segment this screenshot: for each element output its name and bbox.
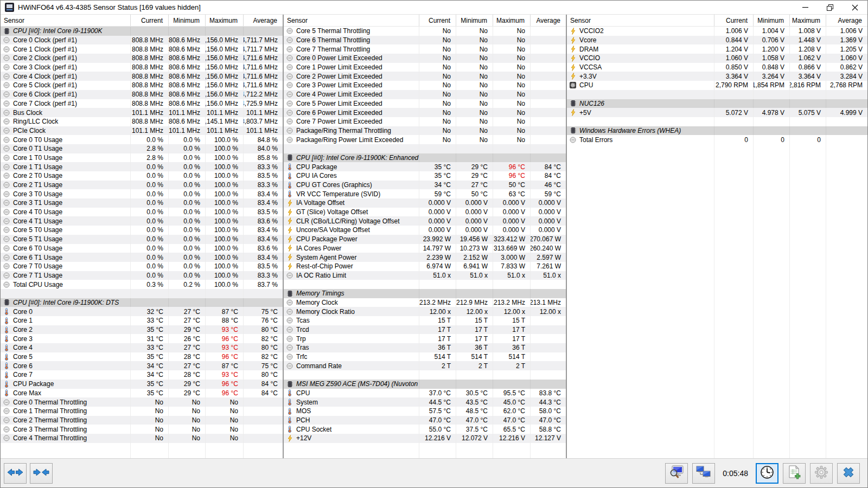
sensor-row[interactable]: +3.3V3.364 V3.264 V3.364 V3.284 V bbox=[567, 72, 867, 81]
sensor-row[interactable]: VCCIO1.060 V1.058 V1.062 V1.060 V bbox=[567, 54, 867, 63]
sensor-row[interactable]: Core 133 °C27 °C88 °C76 °C bbox=[1, 316, 283, 325]
sensor-row[interactable]: Total Errors000 bbox=[567, 135, 867, 144]
sensor-row[interactable]: Core 5 Clock (perf #1)808.8 MHz808.6 MHz… bbox=[1, 81, 283, 90]
remote-monitoring-button[interactable] bbox=[692, 463, 715, 484]
sensor-row[interactable]: CPU IA Cores35 °C29 °C96 °C84 °C bbox=[284, 171, 566, 181]
sensor-row[interactable]: Core 0 Clock (perf #1)808.8 MHz808.6 MHz… bbox=[1, 36, 283, 45]
sensor-row[interactable]: VCCSA0.850 V0.848 V0.866 V0.862 V bbox=[567, 63, 867, 72]
sensor-row[interactable]: Core 7 T1 Usage0.0 %0.0 %100.0 %83.3 % bbox=[1, 271, 283, 280]
sensor-row[interactable]: Core 032 °C27 °C87 °C75 °C bbox=[1, 307, 283, 316]
sensor-row[interactable]: Core 5 Power Limit ExceededNoNoNo bbox=[284, 99, 566, 108]
sensor-row[interactable]: Core 4 T1 Usage0.0 %0.0 %100.0 %83.6 % bbox=[1, 216, 283, 226]
sensor-row[interactable]: CPU GT Cores (Graphics)34 °C27 °C50 °C46… bbox=[284, 181, 566, 190]
sensor-row[interactable]: Core 4 Power Limit ExceededNoNoNo bbox=[284, 90, 566, 99]
reset-clock-button[interactable] bbox=[756, 463, 778, 484]
sensor-row[interactable]: Core 433 °C27 °C93 °C80 °C bbox=[1, 343, 283, 352]
sensor-row[interactable]: Core 1 T0 Usage2.8 %0.0 %100.0 %85.8 % bbox=[1, 153, 283, 163]
sensor-row[interactable]: Core 6 Clock (perf #1)808.8 MHz808.6 MHz… bbox=[1, 90, 283, 99]
section-header-row[interactable]: MSI MEG Z590 ACE (MS-7D04) (Nuvoton N... bbox=[284, 380, 566, 389]
section-header-row[interactable]: CPU [#0]: Intel Core i9-11900K bbox=[1, 27, 283, 36]
sensor-row[interactable]: Core 1 Thermal ThrottlingNoNoNo bbox=[1, 407, 283, 416]
sensor-row[interactable]: Core 2 Clock (perf #1)808.8 MHz808.6 MHz… bbox=[1, 54, 283, 63]
sensor-row[interactable]: IA Cores Power14.797 W10.273 W313.669 W2… bbox=[284, 244, 566, 253]
sensor-row[interactable]: Core 2 Power Limit ExceededNoNoNo bbox=[284, 72, 566, 81]
sensor-row[interactable]: Core 7 Power Limit ExceededNoNoNo bbox=[284, 117, 566, 126]
settings-button[interactable] bbox=[810, 463, 833, 484]
sensor-row[interactable]: Core 6 Thermal ThrottlingNoNoNo bbox=[284, 36, 566, 45]
sensor-row[interactable]: Core 2 T0 Usage0.0 %0.0 %100.0 %83.5 % bbox=[1, 171, 283, 181]
sensor-row[interactable]: GT (Slice) Voltage Offset0.000 V0.000 V0… bbox=[284, 208, 566, 217]
sensor-row[interactable]: Tras36 T36 T36 T bbox=[284, 343, 566, 352]
sensor-row[interactable]: Core 6 Power Limit ExceededNoNoNo bbox=[284, 108, 566, 117]
sensor-row[interactable]: CPU Socket55.0 °C37.5 °C65.5 °C58.8 °C bbox=[284, 425, 566, 434]
sensor-row[interactable]: DRAM1.204 V1.200 V1.208 V1.205 V bbox=[567, 44, 867, 54]
sensor-row[interactable]: Uncore/SA Voltage Offset0.000 V0.000 V0.… bbox=[284, 226, 566, 235]
sensor-row[interactable]: Core 1 Power Limit ExceededNoNoNo bbox=[284, 63, 566, 72]
restore-button[interactable] bbox=[818, 1, 843, 14]
sensor-row[interactable]: Core 2 Thermal ThrottlingNoNoNo bbox=[1, 416, 283, 425]
close-button[interactable] bbox=[843, 1, 867, 14]
sensor-row[interactable]: Command Rate2 T2 T2 T bbox=[284, 361, 566, 370]
sensor-row[interactable]: IA Voltage Offset0.000 V0.000 V0.000 V0.… bbox=[284, 198, 566, 208]
sensor-row[interactable]: VCCIO21.006 V1.004 V1.008 V1.006 V bbox=[567, 27, 867, 36]
sensor-row[interactable]: CPU2,790 RPM1,854 RPM2,816 RPM2,768 RPM bbox=[567, 81, 867, 90]
sensor-row[interactable]: Core 5 T1 Usage0.0 %0.0 %100.0 %83.4 % bbox=[1, 235, 283, 244]
sensor-row[interactable]: Trfc514 T514 T514 T bbox=[284, 352, 566, 362]
sensor-row[interactable]: CPU37.0 °C30.5 °C95.5 °C83.8 °C bbox=[284, 389, 566, 398]
report-button[interactable] bbox=[783, 463, 806, 484]
sensor-row[interactable]: Core 235 °C29 °C93 °C80 °C bbox=[1, 325, 283, 335]
sensor-row[interactable]: Core 0 T1 Usage2.8 %0.0 %100.0 %84.0 % bbox=[1, 144, 283, 153]
sensor-row[interactable]: Total CPU Usage0.3 %0.2 %100.0 %83.7 % bbox=[1, 280, 283, 289]
titlebar[interactable]: HWiNFO64 v6.43-4385 Sensor Status [169 v… bbox=[1, 1, 867, 15]
sensor-row[interactable]: Core 0 Power Limit ExceededNoNoNo bbox=[284, 54, 566, 63]
sensor-row[interactable]: +5V5.072 V4.978 V5.075 V4.999 V bbox=[567, 108, 867, 117]
sensor-row[interactable]: Ring/LLC Clock808.8 MHz808.6 MHz4,145.1 … bbox=[1, 117, 283, 126]
sensor-row[interactable]: Core 1 T1 Usage0.0 %0.0 %100.0 %83.3 % bbox=[1, 162, 283, 171]
sensor-row[interactable]: Rest-of-Chip Power6.974 W6.941 W7.833 W7… bbox=[284, 262, 566, 271]
sensor-row[interactable]: CPU Package35 °C29 °C96 °C84 °C bbox=[1, 380, 283, 389]
sensor-row[interactable]: Vcore0.844 V0.706 V1.448 V1.369 V bbox=[567, 36, 867, 45]
section-header-row[interactable]: Windows Hardware Errors (WHEA) bbox=[567, 126, 867, 136]
quit-button[interactable] bbox=[837, 463, 860, 484]
sensor-row[interactable]: System44.5 °C43.5 °C45.0 °C44.3 °C bbox=[284, 397, 566, 407]
sensor-row[interactable]: Core 2 T1 Usage0.0 %0.0 %100.0 %83.3 % bbox=[1, 181, 283, 190]
sensor-row[interactable]: MOS57.5 °C48.5 °C62.0 °C58.0 °C bbox=[284, 407, 566, 416]
sensor-row[interactable]: Core 0 Thermal ThrottlingNoNoNo bbox=[1, 397, 283, 407]
sensor-row[interactable]: CPU Package Power23.992 W19.456 W323.412… bbox=[284, 235, 566, 244]
sensor-row[interactable]: Memory Clock Ratio12.00 x12.00 x12.00 x1… bbox=[284, 307, 566, 316]
sensor-row[interactable]: Core 7 T0 Usage0.0 %0.0 %100.0 %83.5 % bbox=[1, 262, 283, 271]
sensor-row[interactable]: Core 7 Thermal ThrottlingNoNoNo bbox=[284, 44, 566, 54]
sensor-row[interactable]: Bus Clock101.1 MHz101.1 MHz101.1 MHz101.… bbox=[1, 108, 283, 117]
sensor-row[interactable]: Core 3 T1 Usage0.0 %0.0 %100.0 %83.4 % bbox=[1, 198, 283, 208]
sensor-row[interactable]: Trcd17 T17 T17 T bbox=[284, 325, 566, 335]
sensor-row[interactable]: Core 634 °C27 °C87 °C75 °C bbox=[1, 361, 283, 370]
section-header-row[interactable]: CPU [#0]: Intel Core i9-11900K: DTS bbox=[1, 298, 283, 307]
sensor-row[interactable]: Core 535 °C28 °C96 °C82 °C bbox=[1, 352, 283, 362]
sensor-row[interactable]: Core 4 T0 Usage0.0 %0.0 %100.0 %83.5 % bbox=[1, 208, 283, 217]
sensor-row[interactable]: Core 3 T0 Usage0.0 %0.0 %100.0 %83.4 % bbox=[1, 189, 283, 198]
sensor-row[interactable]: Memory Clock1,213.2 MHz1,212.9 MHz1,213.… bbox=[284, 298, 566, 307]
sensor-row[interactable]: Core 734 °C28 °C93 °C80 °C bbox=[1, 370, 283, 380]
sensor-row[interactable]: Core 1 Clock (perf #1)808.8 MHz808.6 MHz… bbox=[1, 44, 283, 54]
section-header-row[interactable]: CPU [#0]: Intel Core i9-11900K: Enhanced bbox=[284, 153, 566, 163]
sensor-row[interactable]: Core 6 T1 Usage0.0 %0.0 %100.0 %83.4 % bbox=[1, 253, 283, 262]
sensor-row[interactable]: Tcas15 T15 T15 T bbox=[284, 316, 566, 325]
section-header-row[interactable]: NUC126 bbox=[567, 99, 867, 108]
system-summary-button[interactable] bbox=[665, 463, 688, 484]
sensor-row[interactable]: Package/Ring Power Limit ExceededNoNoNo bbox=[284, 135, 566, 144]
sensor-row[interactable]: Core 3 Thermal ThrottlingNoNoNo bbox=[1, 425, 283, 434]
sensor-row[interactable]: CLR (CBo/LLC/Ring) Voltage Offset0.000 V… bbox=[284, 216, 566, 226]
sensor-row[interactable]: Core 5 Thermal ThrottlingNoNoNo bbox=[284, 27, 566, 36]
sensor-row[interactable]: PCIe Clock101.1 MHz101.1 MHz101.1 MHz101… bbox=[1, 126, 283, 136]
sensor-row[interactable]: Core 3 Clock (perf #1)808.8 MHz808.6 MHz… bbox=[1, 63, 283, 72]
sensor-row[interactable]: CPU Package35 °C29 °C96 °C84 °C bbox=[284, 162, 566, 171]
sensor-row[interactable]: Package/Ring Thermal ThrottlingNoNoNo bbox=[284, 126, 566, 136]
sensor-row[interactable]: System Agent Power2.239 W2.152 W3.000 W2… bbox=[284, 253, 566, 262]
collapse-columns-button[interactable] bbox=[30, 463, 53, 484]
sensor-row[interactable]: IA OC Ratio Limit51.0 x51.0 x51.0 x51.0 … bbox=[284, 271, 566, 280]
sensor-row[interactable]: VR VCC Temperature (SVID)59 °C50 °C63 °C… bbox=[284, 189, 566, 198]
sensor-row[interactable]: Core 0 T0 Usage0.0 %0.0 %100.0 %84.8 % bbox=[1, 135, 283, 144]
sensor-row[interactable]: Core 5 T0 Usage0.0 %0.0 %100.0 %83.4 % bbox=[1, 226, 283, 235]
sensor-row[interactable]: Core 3 Power Limit ExceededNoNoNo bbox=[284, 81, 566, 90]
expand-columns-button[interactable] bbox=[4, 463, 27, 484]
